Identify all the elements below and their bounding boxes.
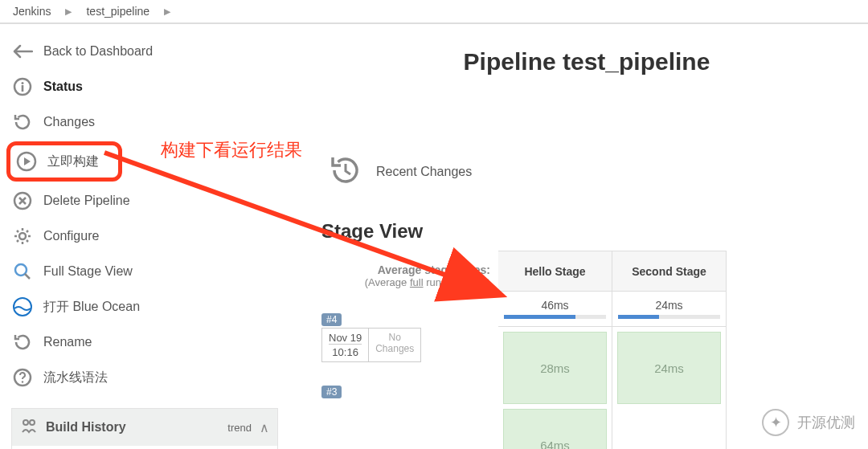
sidebar: Back to Dashboard Status Changes 立即构建 De…	[0, 24, 289, 446]
run-header[interactable]: #4 Nov 1910:16 No Changes	[321, 308, 498, 381]
svg-rect-2	[22, 85, 24, 92]
sidebar-item-label: Rename	[43, 335, 92, 349]
wechat-icon: ✦	[762, 409, 789, 436]
sidebar-item-pipeline-syntax[interactable]: 流水线语法	[6, 360, 283, 395]
back-to-dashboard[interactable]: Back to Dashboard	[6, 34, 283, 69]
build-badge: #3	[321, 386, 342, 398]
svg-point-9	[22, 381, 23, 382]
build-history-header: Build History trend ∧	[12, 409, 277, 446]
help-icon	[11, 366, 34, 389]
history-icon	[11, 111, 34, 133]
average-stage-times: Average stage times: (Average full run t…	[321, 251, 498, 308]
gear-icon	[11, 225, 34, 247]
annotation-text: 构建下看运行结果	[161, 138, 302, 162]
svg-point-11	[30, 420, 35, 425]
history-icon	[328, 153, 363, 191]
sidebar-item-configure[interactable]: Configure	[6, 218, 283, 254]
sidebar-item-label: Configure	[43, 229, 99, 243]
history-icon	[11, 331, 34, 353]
stage-cell[interactable]: 28ms	[503, 332, 607, 404]
play-circle-icon	[15, 150, 38, 173]
recent-changes-link[interactable]: Recent Changes	[376, 165, 472, 179]
sidebar-item-label: Delete Pipeline	[43, 194, 130, 208]
stage-header: Hello Stage	[498, 251, 612, 292]
sidebar-item-label: Changes	[43, 115, 95, 129]
builds-icon	[20, 417, 38, 438]
chevron-up-icon[interactable]: ∧	[260, 420, 269, 435]
recent-changes-section: Recent Changes	[328, 153, 852, 191]
arrow-left-icon	[11, 40, 34, 63]
trend-link[interactable]: trend	[227, 422, 252, 434]
chevron-right-icon: ▶	[164, 6, 170, 17]
stage-column: Hello Stage 46ms 28ms 64ms	[498, 251, 612, 449]
chevron-right-icon: ▶	[65, 6, 72, 17]
watermark: ✦ 开源优测	[762, 409, 855, 436]
sidebar-item-build-now[interactable]: 立即构建	[10, 145, 118, 178]
sidebar-item-status[interactable]: Status	[6, 69, 283, 104]
sidebar-item-changes[interactable]: Changes	[6, 104, 283, 140]
stage-average: 46ms	[498, 292, 612, 327]
sidebar-item-delete-pipeline[interactable]: Delete Pipeline	[6, 183, 283, 218]
blue-ocean-icon	[11, 296, 34, 318]
stage-cell[interactable]: 64ms	[503, 409, 607, 449]
stage-header: Second Stage	[612, 251, 726, 292]
annotation-highlight: 立即构建	[6, 141, 122, 182]
sidebar-item-blue-ocean[interactable]: 打开 Blue Ocean	[6, 289, 283, 325]
main-content: Pipeline test_pipeline Recent Changes St…	[289, 24, 868, 446]
stage-view-title: Stage View	[321, 220, 852, 243]
sidebar-item-label: 流水线语法	[43, 369, 108, 386]
stage-cell[interactable]: 24ms	[617, 332, 721, 404]
sidebar-item-label: 立即构建	[47, 153, 99, 170]
info-icon	[11, 76, 34, 98]
sidebar-item-rename[interactable]: Rename	[6, 325, 283, 360]
svg-point-10	[23, 420, 28, 425]
search-icon	[11, 260, 34, 283]
sidebar-item-full-stage-view[interactable]: Full Stage View	[6, 254, 283, 289]
svg-point-1	[22, 82, 24, 84]
stage-column: Second Stage 24ms 24ms	[612, 251, 727, 449]
breadcrumb-item[interactable]: test_pipeline	[86, 5, 149, 18]
build-badge: #4	[321, 313, 342, 326]
delete-icon	[11, 190, 34, 212]
svg-point-5	[19, 233, 26, 239]
sidebar-item-label: Status	[43, 80, 83, 94]
stage-average: 24ms	[612, 292, 726, 327]
build-history-title: Build History	[46, 420, 219, 435]
page-title: Pipeline test_pipeline	[321, 48, 852, 76]
sidebar-item-label: Full Stage View	[43, 264, 133, 279]
sidebar-item-label: Back to Dashboard	[43, 44, 153, 59]
breadcrumb-item[interactable]: Jenkins	[13, 5, 51, 18]
breadcrumb: Jenkins ▶ test_pipeline ▶	[0, 0, 868, 24]
sidebar-item-label: 打开 Blue Ocean	[43, 299, 140, 316]
svg-point-6	[15, 264, 27, 276]
build-history-panel: Build History trend ∧ × #4 2019-11-19 上午…	[11, 408, 278, 449]
run-header[interactable]: #3	[321, 381, 498, 449]
